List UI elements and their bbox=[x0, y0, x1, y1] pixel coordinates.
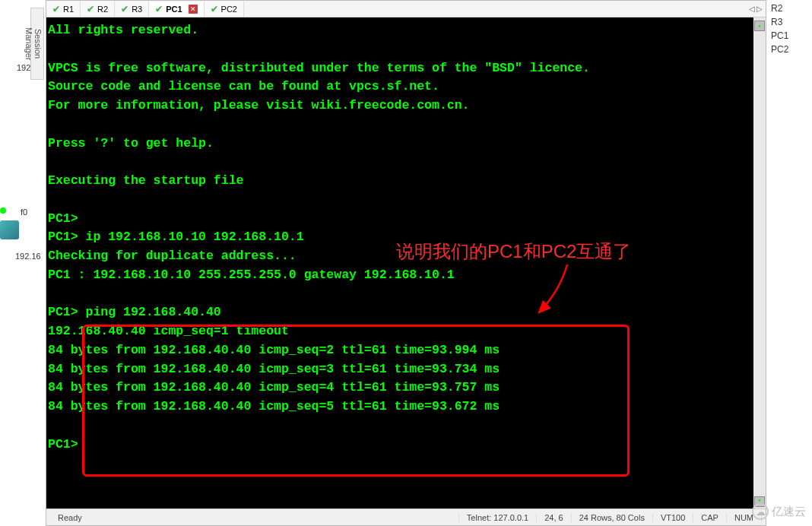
status-connection: Telnet: 127.0.0.1 bbox=[459, 513, 537, 522]
device-icon bbox=[0, 220, 19, 239]
vertical-scrollbar[interactable]: ▴ ▾ bbox=[753, 17, 766, 509]
tab-label: PC2 bbox=[221, 5, 237, 14]
status-term: VT100 bbox=[653, 513, 693, 522]
status-cap: CAP bbox=[693, 513, 727, 522]
tab-label: R3 bbox=[132, 5, 142, 14]
annotation-text: 说明我们的PC1和PC2互通了 bbox=[396, 238, 631, 265]
tab-pc2[interactable]: ✔ PC2 bbox=[205, 2, 244, 17]
status-bar: Ready Telnet: 127.0.0.1 24, 6 24 Rows, 8… bbox=[46, 509, 766, 525]
terminal-output[interactable]: All rights reserved. VPCS is free softwa… bbox=[46, 17, 766, 509]
tab-pc1[interactable]: ✔ PC1 ✕ bbox=[149, 2, 204, 17]
device-item[interactable]: R2 bbox=[768, 2, 810, 15]
status-cursor: 24, 6 bbox=[537, 513, 571, 522]
scroll-up-icon[interactable]: ▴ bbox=[754, 21, 765, 31]
watermark: ☁ 亿速云 bbox=[752, 503, 806, 520]
device-item[interactable]: PC1 bbox=[768, 29, 810, 43]
tab-r2[interactable]: ✔ R2 bbox=[81, 2, 115, 17]
device-item[interactable]: R3 bbox=[768, 15, 810, 29]
close-icon[interactable]: ✕ bbox=[189, 5, 198, 14]
tab-label: R2 bbox=[97, 5, 108, 14]
device-list-panel: R2 R3 PC1 PC2 bbox=[766, 0, 812, 526]
check-icon: ✔ bbox=[87, 4, 94, 14]
check-icon: ✔ bbox=[211, 4, 218, 14]
tab-r1[interactable]: ✔ R1 bbox=[46, 2, 81, 17]
ip-label: 192.16 bbox=[15, 252, 41, 261]
topology-label: 192 bbox=[17, 63, 30, 72]
device-item[interactable]: PC2 bbox=[768, 43, 810, 56]
session-manager-panel[interactable]: Session Manager bbox=[30, 8, 44, 80]
tab-label: PC1 bbox=[166, 5, 182, 14]
cloud-icon: ☁ bbox=[752, 503, 769, 520]
tab-prev-icon[interactable]: ◁ bbox=[749, 5, 755, 13]
arrow-icon bbox=[525, 261, 579, 322]
status-ready: Ready bbox=[50, 513, 459, 522]
tab-label: R1 bbox=[63, 5, 74, 14]
interface-label: f0 bbox=[21, 208, 27, 217]
watermark-text: 亿速云 bbox=[772, 505, 806, 519]
tab-next-icon[interactable]: ▷ bbox=[756, 5, 763, 13]
tab-r3[interactable]: ✔ R3 bbox=[115, 2, 149, 17]
status-size: 24 Rows, 80 Cols bbox=[572, 513, 653, 522]
check-icon: ✔ bbox=[155, 4, 163, 14]
check-icon: ✔ bbox=[52, 4, 60, 14]
status-dot bbox=[0, 208, 6, 214]
check-icon: ✔ bbox=[121, 4, 128, 14]
tab-bar: ✔ R1 ✔ R2 ✔ R3 ✔ PC1 ✕ ✔ PC2 ◁ ▷ bbox=[46, 1, 766, 17]
